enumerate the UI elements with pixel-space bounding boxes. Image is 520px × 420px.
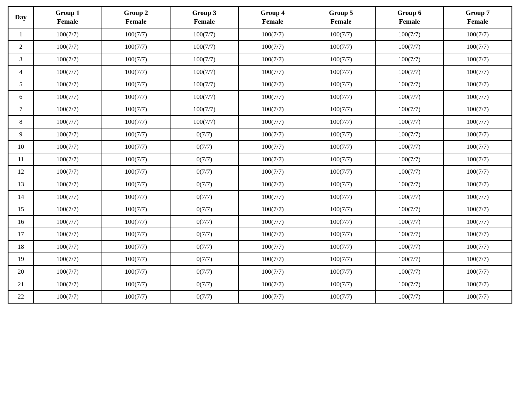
cell-g6: 100(7/7) xyxy=(375,78,444,91)
table-container: Day Group 1Female Group 2Female Group 3F… xyxy=(8,6,512,304)
cell-day: 8 xyxy=(8,116,33,128)
cell-g7: 100(7/7) xyxy=(443,228,512,241)
cell-day: 11 xyxy=(8,153,33,166)
cell-day: 15 xyxy=(8,203,33,216)
cell-day: 22 xyxy=(8,290,33,303)
cell-g1: 100(7/7) xyxy=(33,178,102,191)
header-group1: Group 1Female xyxy=(33,6,102,28)
cell-g1: 100(7/7) xyxy=(33,53,102,66)
cell-g7: 100(7/7) xyxy=(443,253,512,265)
table-row: 22100(7/7)100(7/7)0(7/7)100(7/7)100(7/7)… xyxy=(8,290,512,303)
cell-g3: 100(7/7) xyxy=(170,103,239,116)
cell-g5: 100(7/7) xyxy=(307,178,375,191)
table-row: 21100(7/7)100(7/7)0(7/7)100(7/7)100(7/7)… xyxy=(8,278,512,291)
cell-g3: 0(7/7) xyxy=(170,191,239,203)
cell-g3: 0(7/7) xyxy=(170,153,239,166)
cell-day: 18 xyxy=(8,241,33,253)
cell-g7: 100(7/7) xyxy=(443,290,512,303)
cell-g5: 100(7/7) xyxy=(307,66,375,78)
cell-g7: 100(7/7) xyxy=(443,66,512,78)
cell-g2: 100(7/7) xyxy=(102,128,170,141)
cell-day: 20 xyxy=(8,265,33,278)
cell-g6: 100(7/7) xyxy=(375,178,444,191)
cell-g4: 100(7/7) xyxy=(239,128,307,141)
cell-g5: 100(7/7) xyxy=(307,290,375,303)
cell-g6: 100(7/7) xyxy=(375,253,444,265)
cell-day: 13 xyxy=(8,178,33,191)
cell-g3: 100(7/7) xyxy=(170,116,239,128)
cell-g4: 100(7/7) xyxy=(239,165,307,178)
cell-g3: 0(7/7) xyxy=(170,203,239,216)
cell-g2: 100(7/7) xyxy=(102,253,170,265)
table-row: 10100(7/7)100(7/7)0(7/7)100(7/7)100(7/7)… xyxy=(8,140,512,153)
cell-g6: 100(7/7) xyxy=(375,53,444,66)
table-row: 12100(7/7)100(7/7)0(7/7)100(7/7)100(7/7)… xyxy=(8,165,512,178)
table-row: 2100(7/7)100(7/7)100(7/7)100(7/7)100(7/7… xyxy=(8,40,512,53)
table-row: 16100(7/7)100(7/7)0(7/7)100(7/7)100(7/7)… xyxy=(8,216,512,228)
cell-g2: 100(7/7) xyxy=(102,290,170,303)
table-row: 18100(7/7)100(7/7)0(7/7)100(7/7)100(7/7)… xyxy=(8,241,512,253)
table-row: 7100(7/7)100(7/7)100(7/7)100(7/7)100(7/7… xyxy=(8,103,512,116)
cell-g6: 100(7/7) xyxy=(375,278,444,291)
cell-g1: 100(7/7) xyxy=(33,165,102,178)
cell-g5: 100(7/7) xyxy=(307,278,375,291)
cell-g4: 100(7/7) xyxy=(239,40,307,53)
cell-g2: 100(7/7) xyxy=(102,191,170,203)
cell-g6: 100(7/7) xyxy=(375,28,444,41)
header-group5: Group 5Female xyxy=(307,6,375,28)
cell-g2: 100(7/7) xyxy=(102,165,170,178)
cell-g6: 100(7/7) xyxy=(375,66,444,78)
cell-g2: 100(7/7) xyxy=(102,78,170,91)
cell-g2: 100(7/7) xyxy=(102,153,170,166)
cell-g4: 100(7/7) xyxy=(239,216,307,228)
header-group6: Group 6Female xyxy=(375,6,444,28)
cell-g7: 100(7/7) xyxy=(443,203,512,216)
cell-g1: 100(7/7) xyxy=(33,78,102,91)
cell-g1: 100(7/7) xyxy=(33,265,102,278)
cell-g7: 100(7/7) xyxy=(443,140,512,153)
cell-g7: 100(7/7) xyxy=(443,128,512,141)
header-day: Day xyxy=(8,6,33,28)
cell-g1: 100(7/7) xyxy=(33,153,102,166)
cell-g1: 100(7/7) xyxy=(33,203,102,216)
cell-day: 17 xyxy=(8,228,33,241)
cell-g4: 100(7/7) xyxy=(239,228,307,241)
cell-g5: 100(7/7) xyxy=(307,140,375,153)
cell-g4: 100(7/7) xyxy=(239,116,307,128)
cell-g2: 100(7/7) xyxy=(102,40,170,53)
cell-g5: 100(7/7) xyxy=(307,203,375,216)
cell-g7: 100(7/7) xyxy=(443,241,512,253)
cell-g3: 0(7/7) xyxy=(170,241,239,253)
cell-g6: 100(7/7) xyxy=(375,216,444,228)
cell-g5: 100(7/7) xyxy=(307,28,375,41)
cell-g1: 100(7/7) xyxy=(33,278,102,291)
cell-g3: 0(7/7) xyxy=(170,216,239,228)
table-row: 14100(7/7)100(7/7)0(7/7)100(7/7)100(7/7)… xyxy=(8,191,512,203)
cell-g2: 100(7/7) xyxy=(102,116,170,128)
cell-g7: 100(7/7) xyxy=(443,153,512,166)
cell-g3: 0(7/7) xyxy=(170,290,239,303)
cell-g2: 100(7/7) xyxy=(102,178,170,191)
header-row: Day Group 1Female Group 2Female Group 3F… xyxy=(8,6,512,28)
cell-g1: 100(7/7) xyxy=(33,253,102,265)
header-group3: Group 3Female xyxy=(170,6,239,28)
cell-g3: 0(7/7) xyxy=(170,253,239,265)
cell-g3: 100(7/7) xyxy=(170,40,239,53)
cell-g2: 100(7/7) xyxy=(102,66,170,78)
cell-g5: 100(7/7) xyxy=(307,165,375,178)
cell-g3: 0(7/7) xyxy=(170,228,239,241)
cell-g5: 100(7/7) xyxy=(307,116,375,128)
cell-g1: 100(7/7) xyxy=(33,228,102,241)
cell-g2: 100(7/7) xyxy=(102,140,170,153)
table-row: 5100(7/7)100(7/7)100(7/7)100(7/7)100(7/7… xyxy=(8,78,512,91)
cell-day: 4 xyxy=(8,66,33,78)
cell-g4: 100(7/7) xyxy=(239,290,307,303)
table-row: 3100(7/7)100(7/7)100(7/7)100(7/7)100(7/7… xyxy=(8,53,512,66)
cell-day: 7 xyxy=(8,103,33,116)
cell-g7: 100(7/7) xyxy=(443,191,512,203)
cell-g1: 100(7/7) xyxy=(33,40,102,53)
cell-g1: 100(7/7) xyxy=(33,290,102,303)
cell-g7: 100(7/7) xyxy=(443,116,512,128)
cell-g5: 100(7/7) xyxy=(307,78,375,91)
cell-day: 9 xyxy=(8,128,33,141)
